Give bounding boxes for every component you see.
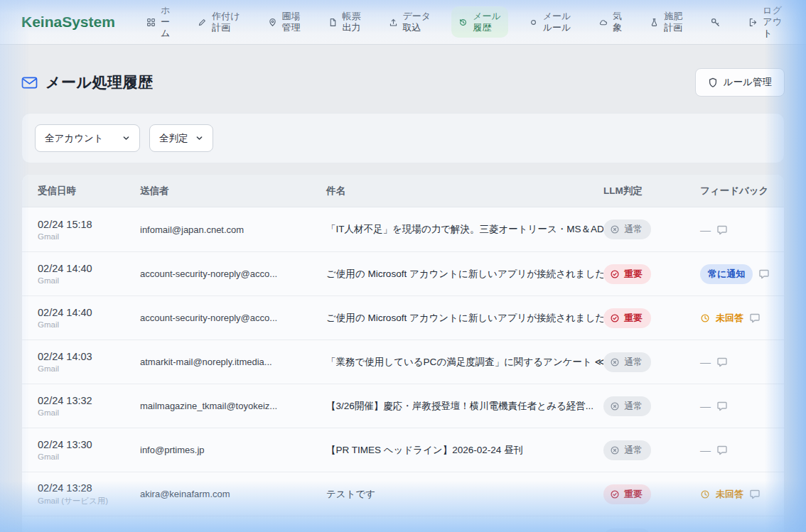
nav-item-label: ホ ー ム xyxy=(161,5,170,40)
logout-icon xyxy=(748,18,758,27)
llm-judgment-cell: 通常 xyxy=(603,219,700,239)
nav-item-label: 施肥 計画 xyxy=(664,11,682,34)
table-body: 02/24 15:18 Gmail infomail@japan.cnet.co… xyxy=(22,207,784,532)
key-icon xyxy=(710,17,721,28)
llm-judgment-cell: 通常 xyxy=(603,396,700,416)
subject: ご使用の Microsoft アカウントに新しいアプリが接続されました xyxy=(326,312,603,325)
subject: テストです xyxy=(326,488,603,501)
llm-judgment-cell: 重要 xyxy=(603,264,700,284)
llm-judgment-label: 通常 xyxy=(624,223,643,236)
document-icon xyxy=(328,18,338,27)
nav-item-data-import[interactable]: データ 取込 xyxy=(382,6,439,38)
flask-icon xyxy=(650,18,659,27)
nav-item-weather[interactable]: 気 象 xyxy=(591,6,629,38)
clock-icon xyxy=(700,489,710,499)
mail-envelope-icon xyxy=(21,76,38,89)
account-filter-select[interactable]: 全アカウント xyxy=(35,124,140,152)
received-datetime: 02/24 13:28 xyxy=(38,482,140,494)
column-header-subject: 件名 xyxy=(326,185,603,197)
pen-icon xyxy=(198,18,207,27)
nav-item-fertilizer-plan[interactable]: 施肥 計画 xyxy=(643,6,689,38)
received-cell: 02/24 15:18 Gmail xyxy=(38,219,140,241)
comment-bubble-icon[interactable] xyxy=(716,445,728,455)
chevron-down-icon xyxy=(115,134,130,142)
sender: mailmagazine_tkmail@toyokeiz... xyxy=(140,401,326,411)
sender: infomail@japan.cnet.com xyxy=(140,224,326,235)
llm-judgment-cell: 重要 xyxy=(603,484,700,504)
nav-item-home[interactable]: ホ ー ム xyxy=(139,1,177,44)
subject: ご使用の Microsoft アカウントに新しいアプリが接続されました xyxy=(326,268,603,281)
home-grid-icon xyxy=(146,18,156,27)
llm-judgment-badge: 通常 xyxy=(603,440,651,460)
llm-judgment-label: 重要 xyxy=(624,268,643,281)
feedback-cell: 常に通知 xyxy=(700,264,784,284)
feedback-cell: 未回答 xyxy=(700,488,784,501)
account-label: Gmail xyxy=(38,408,140,417)
feedback-label: — xyxy=(700,356,711,368)
feedback-cell: — xyxy=(700,444,784,456)
llm-judgment-label: 通常 xyxy=(624,356,643,369)
top-nav-bar: KeinaSystem ホ ー ム 作付け 計画 圃場 管理 帳票 出力 データ… xyxy=(0,0,806,45)
table-row[interactable]: 02/24 14:40 Gmail account-security-norep… xyxy=(22,295,784,340)
comment-bubble-icon[interactable] xyxy=(749,489,761,499)
llm-judgment-cell: 通常 xyxy=(603,528,700,532)
nav-item-logout[interactable]: ログ アウ ト xyxy=(741,1,789,44)
feedback-cell: 未回答 xyxy=(700,312,784,325)
rule-manage-button[interactable]: ルール管理 xyxy=(695,68,785,97)
account-label: Gmail xyxy=(38,364,140,373)
received-datetime: 02/24 13:30 xyxy=(38,439,140,450)
account-filter-value: 全アカウント xyxy=(45,132,104,145)
llm-judgment-badge: 通常 xyxy=(603,528,651,532)
nav-item-api-key[interactable] xyxy=(703,13,728,32)
received-cell: 02/24 13:28 Gmail (サービス用) xyxy=(38,482,140,506)
table-row[interactable]: 02/24 13:32 Gmail mailmagazine_tkmail@to… xyxy=(22,384,784,428)
llm-judgment-label: 重要 xyxy=(624,488,643,501)
page-title: メール処理履歴 xyxy=(45,72,153,92)
nav-item-planting-plan[interactable]: 作付け 計画 xyxy=(190,6,247,38)
received-datetime: 02/24 14:40 xyxy=(38,263,140,274)
nav-item-label: 帳票 出力 xyxy=(343,11,361,34)
nav-item-report-output[interactable]: 帳票 出力 xyxy=(321,6,368,38)
nav-item-field-management[interactable]: 圃場 管理 xyxy=(261,6,308,38)
circle-check-icon xyxy=(610,489,620,499)
clock-icon xyxy=(700,313,710,323)
shield-icon xyxy=(708,77,718,88)
table-row[interactable]: 02/24 13:30 Gmail info@prtimes.jp 【PR TI… xyxy=(22,428,784,472)
comment-bubble-icon[interactable] xyxy=(716,357,728,367)
brand-logo[interactable]: KeinaSystem xyxy=(21,13,115,31)
llm-judgment-label: 重要 xyxy=(624,312,643,325)
rule-manage-button-label: ルール管理 xyxy=(724,76,772,89)
judgment-filter-select[interactable]: 全判定 xyxy=(149,124,213,152)
nav-item-label: 気 象 xyxy=(613,11,622,34)
nav-item-mail-history[interactable]: メール 履歴 xyxy=(451,6,508,38)
llm-judgment-label: 通常 xyxy=(624,400,643,413)
table-row[interactable]: 02/24 14:40 Gmail account-security-norep… xyxy=(22,251,784,295)
filter-bar: 全アカウント 全判定 xyxy=(21,113,785,163)
feedback-label: 未回答 xyxy=(716,312,743,325)
comment-bubble-icon[interactable] xyxy=(716,401,728,411)
column-header-llm-judgment: LLM判定 xyxy=(603,185,700,197)
nav-item-label: ログ アウ ト xyxy=(763,5,782,40)
comment-bubble-icon[interactable] xyxy=(716,224,728,235)
table-row[interactable]: 02/24 15:18 Gmail infomail@japan.cnet.co… xyxy=(22,207,784,251)
received-datetime: 02/24 14:40 xyxy=(38,307,140,318)
table-row[interactable]: 02/24 12:10 digital@kochinews.jp 四万十福祉専門… xyxy=(22,516,784,532)
rule-icon xyxy=(529,18,538,27)
nav-item-label: 圃場 管理 xyxy=(282,11,301,34)
column-header-sender: 送信者 xyxy=(140,185,326,197)
cloud-icon xyxy=(598,18,608,27)
column-header-received: 受信日時 xyxy=(38,185,140,197)
received-datetime: 02/24 15:18 xyxy=(38,219,140,230)
feedback-cell: — xyxy=(700,400,784,412)
table-row[interactable]: 02/24 14:03 Gmail atmarkit-mail@noreply.… xyxy=(22,340,784,384)
subject: 「IT人材不足」を現場の力で解決。三菱オートリース・MS＆AD... xyxy=(326,223,603,236)
table-row[interactable]: 02/24 13:28 Gmail (サービス用) akira@keinafar… xyxy=(22,472,784,516)
comment-bubble-icon[interactable] xyxy=(758,268,770,279)
account-label: Gmail (サービス用) xyxy=(38,496,140,506)
feedback-cell: — xyxy=(700,356,784,368)
llm-judgment-badge: 重要 xyxy=(603,308,651,328)
feedback-label: — xyxy=(700,224,711,236)
nav-item-mail-rules[interactable]: メール ルール xyxy=(522,6,579,38)
account-label: Gmail xyxy=(38,320,140,329)
comment-bubble-icon[interactable] xyxy=(749,313,761,323)
